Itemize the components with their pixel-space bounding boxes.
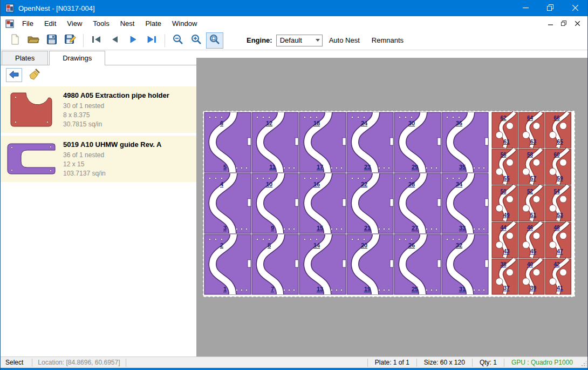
restore-icon	[547, 4, 553, 12]
list-item[interactable]: 4980 A05 Extraction pipe holder 30 of 1 …	[1, 86, 196, 133]
maximize-button[interactable]	[538, 0, 563, 16]
pipe-hole	[549, 278, 556, 285]
red-part-pair[interactable]: 6463	[519, 112, 545, 148]
purple-part-pair[interactable]: 21	[204, 234, 251, 294]
red-part-pair[interactable]: 5251	[519, 186, 545, 221]
first-plate-button[interactable]	[88, 32, 105, 49]
menu-view[interactable]: View	[61, 17, 87, 30]
drill-hole	[245, 228, 247, 230]
last-plate-button[interactable]	[143, 32, 160, 49]
red-part-pair[interactable]: 4645	[519, 222, 545, 258]
red-part-pair[interactable]: 4443	[492, 222, 518, 258]
save-as-icon	[64, 34, 77, 46]
part-number: 64	[527, 115, 534, 121]
purple-part-pair[interactable]: 2019	[347, 234, 393, 294]
pipe-hole	[523, 278, 530, 285]
purple-part-pair[interactable]: 3231	[442, 234, 488, 294]
purple-part-pair[interactable]: 87	[252, 234, 298, 294]
send-back-button[interactable]	[6, 68, 22, 82]
pipe-hole	[549, 168, 556, 175]
nav-next-icon	[129, 35, 138, 45]
zoom-in-button[interactable]	[188, 32, 205, 49]
part-number: 36	[456, 120, 462, 126]
drawing-size: 12 x 15	[63, 160, 193, 169]
drill-hole	[446, 238, 448, 240]
drill-hole	[310, 177, 311, 179]
red-part-pair[interactable]: 5655	[492, 149, 518, 185]
menu-file[interactable]: File	[17, 17, 39, 30]
menu-edit[interactable]: Edit	[39, 17, 61, 30]
pipe-hole	[549, 205, 556, 212]
remnants-button[interactable]: Remnants	[366, 33, 409, 48]
drill-hole	[458, 116, 460, 118]
mdi-close-button[interactable]	[571, 18, 583, 29]
pipe-hole	[549, 241, 556, 248]
open-button[interactable]	[25, 32, 42, 49]
pipe-hole	[560, 269, 567, 276]
purple-part-pair[interactable]: 43	[204, 173, 251, 233]
purple-part-pair[interactable]: 3029	[394, 112, 441, 172]
tab-drawings[interactable]: Drawings	[49, 51, 105, 65]
purple-part-pair[interactable]: 3635	[442, 112, 488, 172]
purple-part-pair[interactable]: 1615	[299, 173, 346, 233]
red-part-pair[interactable]: 3837	[492, 259, 518, 294]
mdi-document-icon[interactable]	[5, 19, 14, 28]
save-as-button[interactable]	[61, 32, 79, 49]
menu-tools[interactable]: Tools	[87, 17, 114, 30]
auto-nest-button[interactable]: Auto Nest	[324, 33, 365, 48]
new-button[interactable]	[6, 32, 24, 49]
red-part-pair[interactable]: 6261	[492, 112, 518, 148]
close-button[interactable]	[563, 0, 587, 16]
menu-window[interactable]: Window	[167, 17, 202, 30]
window-bottom-border	[1, 368, 587, 370]
previous-plate-button[interactable]	[106, 32, 124, 49]
drill-hole	[357, 116, 359, 118]
purple-part-pair[interactable]: 65	[204, 112, 251, 172]
clear-button[interactable]	[26, 68, 43, 82]
drill-hole	[340, 289, 342, 291]
red-part-pair[interactable]: 6665	[545, 112, 571, 148]
engine-select[interactable]: Default	[276, 35, 323, 46]
resize-grip[interactable]	[580, 357, 587, 368]
red-part-pair[interactable]: 5453	[545, 186, 571, 221]
purple-part-pair[interactable]: 1211	[252, 112, 298, 172]
menu-nest[interactable]: Nest	[115, 17, 140, 30]
plate-sheet[interactable]: 6512111817242330293635431091615222128273…	[203, 111, 575, 297]
canvas-background[interactable]: 6512111817242330293635431091615222128273…	[196, 58, 587, 356]
menu-plate[interactable]: Plate	[140, 17, 167, 30]
list-item[interactable]: 5019 A10 UHMW guide Rev. A 36 of 1 neste…	[1, 136, 196, 182]
purple-part-pair[interactable]: 3433	[442, 173, 488, 233]
zoom-fit-icon	[209, 33, 221, 47]
purple-part-pair[interactable]: 109	[252, 173, 298, 233]
part-number: 10	[266, 181, 272, 187]
save-button[interactable]	[43, 32, 60, 49]
minimize-button[interactable]	[513, 0, 538, 16]
zoom-fit-button[interactable]	[206, 32, 223, 49]
mdi-restore-button[interactable]	[558, 18, 570, 29]
tab-plates[interactable]: Plates	[2, 51, 48, 65]
drill-hole	[473, 228, 475, 230]
drawing-nested-count: 36 of 1 nested	[63, 151, 193, 160]
purple-part-pair[interactable]: 1817	[299, 112, 346, 172]
red-part-pair[interactable]: 4847	[545, 222, 571, 258]
purple-part-pair[interactable]: 2625	[394, 234, 441, 294]
mdi-minimize-button[interactable]	[544, 18, 556, 29]
next-plate-button[interactable]	[125, 32, 142, 49]
pipe-hole	[523, 205, 530, 212]
drill-hole	[215, 238, 216, 240]
drill-hole	[241, 289, 242, 291]
red-part-pair[interactable]: 5857	[519, 149, 545, 185]
zoom-out-button[interactable]	[169, 32, 187, 49]
purple-part-pair[interactable]: 2827	[394, 173, 441, 233]
purple-part-pair[interactable]: 2221	[347, 173, 393, 233]
purple-part-pair[interactable]: 1413	[299, 234, 346, 294]
red-part-pair[interactable]: 4039	[519, 259, 545, 294]
red-part-pair[interactable]: 4241	[545, 259, 571, 294]
pipe-hole	[549, 132, 556, 139]
drill-hole	[378, 228, 380, 230]
red-part-pair[interactable]: 6059	[545, 149, 571, 185]
red-part-pair[interactable]: 5049	[492, 186, 518, 221]
purple-part-pair[interactable]: 2423	[347, 112, 393, 172]
drill-hole	[357, 238, 359, 240]
drawing-nested-count: 30 of 1 nested	[63, 102, 193, 111]
